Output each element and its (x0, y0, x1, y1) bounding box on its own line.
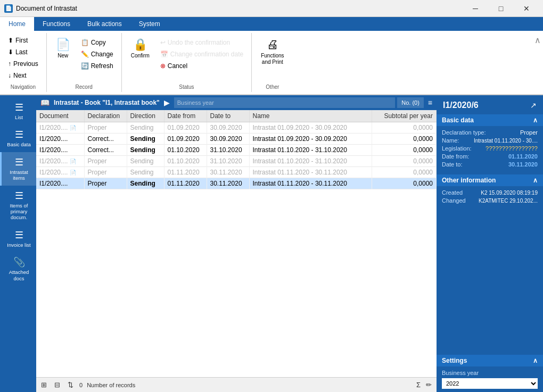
record-count-label: Number of records (87, 382, 135, 388)
col-header-document[interactable]: Document (36, 110, 84, 122)
minimize-button[interactable]: ─ (463, 0, 488, 17)
ribbon-tabs: Home Functions Bulk actions System (0, 17, 543, 31)
col-header-subtotal[interactable]: Subtotal per year (372, 110, 437, 122)
confirm-button[interactable]: 🔒 Confirm (126, 35, 154, 69)
other-group-label: Other (266, 83, 279, 92)
ribbon-content: ⬆ First ⬇ Last ↑ Previous ↓ (0, 31, 543, 95)
col-header-direction[interactable]: Direction (127, 110, 164, 122)
record-buttons: 📄 New 📋 Copy ✏️ Change 🔄 (51, 33, 117, 83)
sort-button[interactable]: ⇅ (66, 380, 75, 390)
main-area: ☰ List ☰ Basic data ☰ Intrastat items ☰ … (0, 95, 543, 392)
refresh-button[interactable]: 🔄 Refresh (77, 61, 117, 71)
ribbon-group-navigation: ⬆ First ⬇ Last ↑ Previous ↓ (0, 33, 47, 92)
other-info-header: Other information ∧ (437, 174, 543, 186)
col-header-name[interactable]: Name (249, 110, 372, 122)
navigation-group-label: Navigation (11, 83, 36, 92)
date-to-field: Date to: 30.11.2020 (442, 161, 538, 168)
table-row[interactable]: I1/2020....Correct...Sending01.09.202030… (36, 134, 437, 145)
next-button[interactable]: ↓ Next (4, 70, 42, 81)
sidebar: ☰ List ☰ Basic data ☰ Intrastat items ☰ … (0, 95, 36, 392)
tab-system[interactable]: System (130, 17, 169, 31)
tab-home[interactable]: Home (0, 17, 34, 31)
maximize-button[interactable]: □ (489, 0, 513, 17)
sidebar-item-list[interactable]: ☰ List (0, 97, 36, 124)
table-area: Document Declaration Direction Date from… (36, 110, 437, 392)
business-year-search[interactable] (174, 97, 395, 108)
edit-button[interactable]: ✏ (424, 380, 433, 390)
filter-button[interactable]: ⊟ (53, 380, 62, 390)
new-button[interactable]: 📄 New (51, 35, 75, 69)
table-view-button[interactable]: ⊞ (39, 380, 48, 390)
title-bar: 📄 Document of Intrastat ─ □ ✕ (0, 0, 543, 17)
sidebar-item-intrastat-items[interactable]: ☰ Intrastat items (0, 152, 36, 186)
first-button[interactable]: ⬆ First (4, 35, 42, 46)
table-row[interactable]: I1/2020.... 📄ProperSending01.09.202030.0… (36, 122, 437, 134)
right-section-basic-data: Basic data ∧ Declaration type: Proper Na… (437, 114, 543, 172)
change-confirmation-date-button[interactable]: 📅 Change confirmation date (157, 49, 247, 60)
change-button[interactable]: ✏️ Change (77, 49, 117, 60)
close-button[interactable]: ✕ (514, 0, 539, 17)
business-year-label: Business year (442, 370, 538, 376)
table-wrapper[interactable]: Document Declaration Direction Date from… (36, 110, 437, 377)
undo-confirmation-button[interactable]: ↩ Undo the confirmation (157, 37, 247, 48)
declaration-type-field: Declaration type: Proper (442, 129, 538, 136)
table-row[interactable]: I1/2020.... 📄ProperSending01.10.202031.1… (36, 156, 437, 167)
right-section-other-info: Other information ∧ Created K2 15.09.202… (437, 174, 543, 208)
toolbar-title: Intrastat - Book "I1, Intrastat book" (54, 99, 160, 106)
content-toolbar: 📖 Intrastat - Book "I1, Intrastat book" … (36, 95, 437, 110)
business-year-select[interactable]: 2022 2021 2020 (442, 378, 538, 389)
navigation-buttons: ⬆ First ⬇ Last ↑ Previous ↓ (4, 33, 42, 83)
sum-button[interactable]: Σ (415, 380, 422, 390)
last-button[interactable]: ⬇ Last (4, 47, 42, 57)
table-row[interactable]: I1/2020....ProperSending01.11.202030.11.… (36, 178, 437, 189)
other-buttons: 🖨 Functionsand Print (256, 33, 289, 83)
sidebar-item-items-primary[interactable]: ☰ Items of primary docum. (0, 186, 36, 225)
table-row[interactable]: I1/2020....Correct...Sending01.10.202031… (36, 145, 437, 156)
filter-count-label: 0 (79, 382, 83, 388)
basic-data-header: Basic data ∧ (437, 114, 543, 126)
created-field: Created K2 15.09.2020 08:19:19 (442, 189, 538, 196)
table-header-row: Document Declaration Direction Date from… (36, 110, 437, 122)
ribbon-group-other: 🖨 Functionsand Print Other (252, 33, 293, 92)
changed-field: Changed K2ATMITEC 29.10.202... (442, 197, 538, 204)
col-header-declaration[interactable]: Declaration (84, 110, 127, 122)
cancel-button[interactable]: ⊗ Cancel (157, 61, 247, 71)
legislation-field: Legislation: ???????????????? (442, 145, 538, 152)
toolbar-arrow-button[interactable]: ▶ (162, 97, 172, 108)
other-info-content: Created K2 15.09.2020 08:19:19 Changed K… (437, 186, 543, 208)
ribbon-group-record: 📄 New 📋 Copy ✏️ Change 🔄 (47, 33, 122, 92)
tab-functions[interactable]: Functions (34, 17, 79, 31)
right-panel-header: I1/2020/6 ↗ (437, 95, 543, 114)
functions-print-button[interactable]: 🖨 Functionsand Print (256, 35, 289, 69)
app-icon: 📄 (4, 4, 13, 13)
settings-content: Business year 2022 2021 2020 (437, 366, 543, 392)
book-icon-button[interactable]: 📖 (38, 97, 52, 108)
right-panel-spacer (437, 208, 543, 355)
toolbar-menu-button[interactable]: ≡ (426, 98, 434, 107)
title-bar-text: Document of Intrastat (16, 5, 463, 12)
right-section-settings: Settings ∧ Business year 2022 2021 2020 (437, 355, 543, 392)
title-bar-controls: ─ □ ✕ (463, 0, 539, 17)
copy-button[interactable]: 📋 Copy (77, 37, 117, 48)
sidebar-item-invoice-list[interactable]: ☰ Invoice list (0, 225, 36, 252)
right-panel-title: I1/2020/6 (443, 101, 479, 110)
content-wrapper: 📖 Intrastat - Book "I1, Intrastat book" … (36, 95, 437, 392)
ribbon-group-status: 🔒 Confirm ↩ Undo the confirmation 📅 Chan… (122, 33, 252, 92)
right-panel-link-icon[interactable]: ↗ (530, 101, 537, 110)
tab-bulk-actions[interactable]: Bulk actions (79, 17, 130, 31)
right-panel: I1/2020/6 ↗ Basic data ∧ Declaration typ… (437, 95, 543, 392)
name-field: Name: Intrastat 01.11.2020 - 30.... (442, 137, 538, 144)
sidebar-item-attached-docs[interactable]: 📎 Attached docs (0, 252, 36, 286)
ribbon: Home Functions Bulk actions System ⬆ Fir… (0, 17, 543, 95)
settings-header: Settings ∧ (437, 355, 543, 366)
sidebar-item-basic-data[interactable]: ☰ Basic data (0, 124, 36, 152)
previous-button[interactable]: ↑ Previous (4, 59, 42, 69)
basic-data-content: Declaration type: Proper Name: Intrastat… (437, 126, 543, 172)
col-header-datefrom[interactable]: Date from (164, 110, 207, 122)
col-header-dateto[interactable]: Date to (207, 110, 249, 122)
status-group-label: Status (179, 83, 194, 92)
filter-count: No. (0) (397, 97, 424, 108)
table-row[interactable]: I1/2020.... 📄ProperSending01.11.202030.1… (36, 167, 437, 178)
ribbon-collapse-button[interactable]: ∧ (534, 35, 541, 45)
record-group-label: Record (76, 83, 93, 92)
